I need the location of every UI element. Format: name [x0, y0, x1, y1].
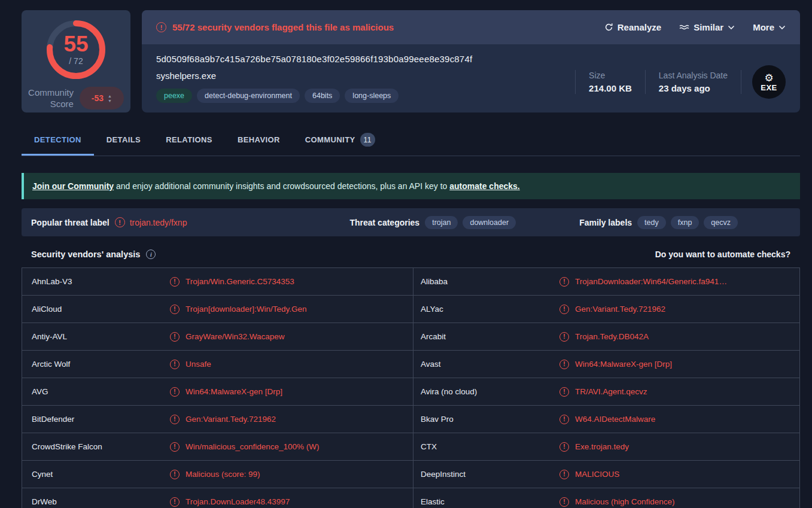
- vendor-name: Elastic: [413, 488, 551, 508]
- alert-icon: !: [559, 332, 569, 342]
- chevron-down-icon: [728, 25, 735, 30]
- community-count-badge: 11: [360, 133, 375, 147]
- file-type-icon: ⚙ EXE: [752, 65, 786, 99]
- popular-threat-label-title: Popular threat label: [31, 218, 110, 227]
- malicious-alert-message: ! 55/72 security vendors flagged this fi…: [156, 22, 394, 32]
- detection-result: ! W64.AIDetectMalware: [551, 406, 799, 433]
- alert-icon: !: [170, 415, 180, 424]
- community-score-label: Community Score: [28, 87, 74, 109]
- virustotal-report-page: 55 / 72 Community Score -53 ▲ ▼ !: [0, 0, 812, 508]
- category-downloader[interactable]: downloader: [463, 216, 516, 229]
- reanalyze-button[interactable]: Reanalyze: [604, 22, 661, 32]
- tab-detection[interactable]: DETECTION: [22, 133, 94, 156]
- detection-score-card: 55 / 72 Community Score -53 ▲ ▼: [22, 10, 130, 112]
- report-tabs: DETECTION DETAILS RELATIONS BEHAVIOR COM…: [22, 133, 800, 156]
- file-hash: 5d0509f68a9b7c415a726be75a078180e3f02e59…: [156, 54, 575, 64]
- vendor-name: DrWeb: [22, 488, 161, 508]
- family-qecvz[interactable]: qecvz: [704, 216, 738, 229]
- detection-total: / 72: [69, 56, 83, 66]
- vendor-name: CrowdStrike Falcon: [22, 433, 161, 460]
- tag-long-sleeps[interactable]: long-sleeps: [345, 89, 399, 103]
- tag-64bits[interactable]: 64bits: [305, 89, 340, 103]
- tab-relations[interactable]: RELATIONS: [153, 133, 225, 156]
- more-button[interactable]: More: [753, 22, 786, 32]
- file-header-card: ! 55/72 security vendors flagged this fi…: [142, 10, 800, 112]
- alert-icon: !: [170, 470, 180, 479]
- alert-icon: !: [170, 277, 180, 287]
- info-icon[interactable]: i: [146, 250, 156, 259]
- last-analysis-date-label: Last Analysis Date: [659, 71, 728, 80]
- alert-icon: !: [559, 497, 569, 507]
- alert-icon: !: [115, 217, 125, 227]
- tag-detect-debug-environment[interactable]: detect-debug-environment: [197, 89, 300, 103]
- table-row: AliCloud ! Trojan[downloader]:Win/Tedy.G…: [22, 295, 799, 323]
- alert-icon: !: [170, 387, 180, 397]
- vendor-name: AhnLab-V3: [22, 268, 161, 295]
- table-row: Cynet ! Malicious (score: 99) DeepInstin…: [22, 460, 799, 488]
- automate-checks-link[interactable]: automate checks.: [449, 181, 520, 191]
- table-row: AhnLab-V3 ! Trojan/Win.Generic.C5734353 …: [22, 267, 799, 295]
- tag-peexe[interactable]: peexe: [156, 89, 192, 103]
- alert-icon: !: [170, 442, 180, 452]
- category-trojan[interactable]: trojan: [425, 216, 458, 229]
- alert-icon: !: [559, 470, 569, 479]
- alert-icon: !: [559, 305, 569, 314]
- vendor-name: AVG: [22, 378, 161, 405]
- detection-result: ! Win64:MalwareX-gen [Drp]: [161, 378, 413, 405]
- threat-categories-title: Threat categories: [349, 218, 419, 227]
- table-row: Antiy-AVL ! GrayWare/Win32.Wacapew Arcab…: [22, 323, 799, 350]
- family-tedy[interactable]: tedy: [637, 216, 666, 229]
- vendor-name: Antiy-AVL: [22, 323, 161, 350]
- similar-button[interactable]: Similar: [679, 22, 735, 32]
- similar-icon: [679, 23, 689, 31]
- last-analysis-date-value: 23 days ago: [659, 83, 728, 93]
- detection-result: ! Trojan.DownLoader48.43997: [161, 488, 413, 508]
- spinner-up-icon[interactable]: ▲: [108, 94, 112, 98]
- community-score-control[interactable]: -53 ▲ ▼: [80, 87, 124, 109]
- table-row: BitDefender ! Gen:Variant.Tedy.721962 Bk…: [22, 405, 799, 433]
- detection-result: ! Trojan.Tedy.DB042A: [551, 323, 799, 350]
- vendors-analysis-title: Security vendors' analysis: [31, 250, 140, 259]
- table-row: DrWeb ! Trojan.DownLoader48.43997 Elasti…: [22, 488, 799, 508]
- file-tags: peexe detect-debug-environment 64bits lo…: [156, 89, 575, 103]
- community-score-spinner[interactable]: ▲ ▼: [108, 94, 112, 103]
- file-name: syshelpers.exe: [156, 71, 575, 81]
- detection-result: ! Exe.trojan.tedy: [551, 433, 799, 460]
- family-fxnp[interactable]: fxnp: [671, 216, 700, 229]
- detection-result: ! Trojan/Win.Generic.C5734353: [161, 268, 413, 295]
- alert-icon: !: [559, 415, 569, 424]
- detection-score-gauge: 55 / 72: [44, 17, 108, 82]
- vendor-name: Bkav Pro: [413, 406, 551, 433]
- alert-icon: !: [170, 305, 180, 314]
- detection-result: ! Gen:Variant.Tedy.721962: [161, 406, 413, 433]
- detection-result: ! TrojanDownloader:Win64/Generic.fa941…: [551, 268, 799, 295]
- vendor-name: Avira (no cloud): [413, 378, 551, 405]
- spinner-down-icon[interactable]: ▼: [108, 99, 112, 103]
- alert-icon: !: [559, 277, 569, 287]
- join-community-link[interactable]: Join our Community: [32, 181, 114, 191]
- alert-icon: !: [170, 497, 180, 507]
- detection-result: ! GrayWare/Win32.Wacapew: [161, 323, 413, 350]
- top-section: 55 / 72 Community Score -53 ▲ ▼ !: [22, 10, 800, 112]
- community-score-value: -53: [92, 93, 104, 103]
- tab-community[interactable]: COMMUNITY 11: [293, 133, 388, 156]
- table-row: Arctic Wolf ! Unsafe Avast ! Win64:Malwa…: [22, 350, 799, 378]
- detection-result: ! TR/AVI.Agent.qecvz: [551, 378, 799, 405]
- alert-icon: !: [559, 387, 569, 397]
- vendor-name: Avast: [413, 351, 551, 378]
- malicious-alert-strip: ! 55/72 security vendors flagged this fi…: [142, 10, 800, 44]
- detection-result: ! Malicious (score: 99): [161, 461, 413, 488]
- automate-checks-prompt[interactable]: Do you want to automate checks?: [655, 250, 790, 259]
- vendor-name: Arctic Wolf: [22, 351, 161, 378]
- alert-icon: !: [559, 442, 569, 452]
- file-type-label: EXE: [761, 84, 777, 92]
- vendor-name: Arcabit: [413, 323, 551, 350]
- tab-details[interactable]: DETAILS: [94, 133, 153, 156]
- vendor-name: Cynet: [22, 461, 161, 488]
- detection-result: ! Win64:MalwareX-gen [Drp]: [551, 351, 799, 378]
- size-value: 214.00 KB: [589, 83, 632, 93]
- tab-behavior[interactable]: BEHAVIOR: [225, 133, 293, 156]
- alert-icon: !: [559, 360, 569, 369]
- vendor-name: CTX: [413, 433, 551, 460]
- popular-threat-label-value[interactable]: ! trojan.tedy/fxnp: [115, 217, 187, 227]
